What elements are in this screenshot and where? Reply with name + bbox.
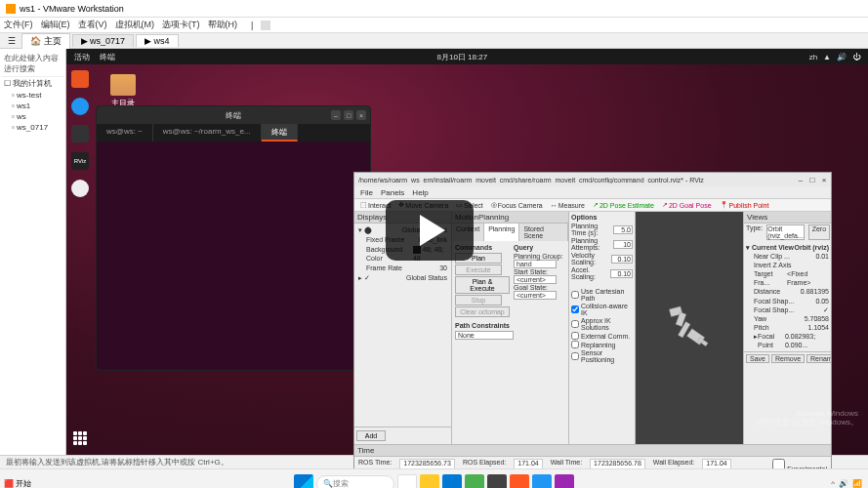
check-cartesian[interactable]: Use Cartesian Path [571,288,633,302]
clear-button[interactable]: Clear octomap [455,306,510,317]
rviz-icon[interactable]: RViz [71,152,89,170]
start-button[interactable] [294,474,313,489]
tree-item[interactable]: ▫ ws [2,111,63,122]
close-icon[interactable]: × [356,110,366,120]
terminal-tab[interactable]: ws@ws: ~ [97,124,153,142]
tray-icon[interactable]: ^ [831,479,835,488]
tree-row[interactable]: ▸ ✓ Global Status [356,273,449,283]
help-icon[interactable] [71,98,89,115]
path-constraints-select[interactable]: None [455,331,514,340]
tool-2d-goal[interactable]: ↗2D Goal Pose [660,201,714,209]
plan-execute-button[interactable]: Plan & Execute [455,276,510,294]
menu-view[interactable]: 查看(V) [78,19,107,31]
taskbar-app-icon[interactable] [555,474,574,489]
planning-time-input[interactable]: 5.0 [613,225,633,234]
power-icon[interactable]: ⏻ [852,53,860,61]
remove-button[interactable]: Remove [771,354,805,363]
check-collision[interactable]: Collision-aware IK [571,303,633,316]
check-approx[interactable]: Approx IK Solutions [571,317,633,331]
goal-state-select[interactable]: <current> [514,291,557,300]
accel-input[interactable]: 0.10 [610,269,633,278]
menu-panels[interactable]: Panels [381,188,404,197]
tray-icon[interactable]: 🔊 [839,479,848,488]
network-icon[interactable]: ▲ [823,53,831,61]
tool-publish[interactable]: 📍Publish Point [718,201,771,209]
tab-planning[interactable]: Planning [484,224,519,241]
menu-tabs[interactable]: 选项卡(T) [162,19,200,31]
maximize-icon[interactable]: □ [807,175,817,184]
minimize-icon[interactable]: – [331,110,341,120]
toolbar-icon[interactable] [261,20,270,30]
tree-row[interactable]: Pitch1.1054 [746,323,829,332]
stop-button[interactable]: Stop [455,295,502,305]
taskbar-app-icon[interactable] [442,474,462,489]
tab-vm2[interactable]: ▶ ws4 [136,34,179,47]
taskbar-search[interactable]: 🔍 搜索 [316,475,394,489]
disk-icon[interactable] [71,180,89,197]
tree-search[interactable]: 在此处键入内容进行搜索 [2,51,63,77]
tree-row[interactable]: ▸ Focal Point0.082983; 0.090... [746,332,829,349]
tree-item[interactable]: ▫ ws_0717 [2,122,63,133]
tree-row[interactable]: Invert Z Axis [746,261,829,269]
execute-button[interactable]: Execute [455,264,502,275]
taskbar-app-icon[interactable] [532,474,552,489]
menu-help[interactable]: 帮助(H) [208,19,238,31]
close-icon[interactable]: × [819,175,829,184]
planning-group-select[interactable]: hand [514,260,557,268]
tree-row[interactable]: Yaw5.70858 [746,314,829,323]
save-button[interactable]: Save [746,354,769,363]
terminal-tab[interactable]: ws@ws: ~/roarm_ws_e... [153,124,262,142]
menu-help[interactable]: Help [412,188,428,197]
taskbar-app-icon[interactable] [397,474,417,489]
menu-vm[interactable]: 虚拟机(M) [115,19,155,31]
tree-row[interactable]: Frame Rate30 [356,264,449,273]
tree-row[interactable]: Near Clip ...0.01 [746,252,829,261]
tree-row[interactable]: ▾ Current ViewOrbit (rviz) [746,243,829,252]
maximize-icon[interactable]: □ [344,110,353,120]
files-icon[interactable] [71,70,89,88]
weather-widget[interactable]: 🟥 开始 [4,478,31,488]
lang-icon[interactable]: zh [809,53,817,61]
tree-item[interactable]: ▫ ws1 [2,101,63,111]
tree-row[interactable]: Target Fra...<Fixed Frame> [746,269,829,287]
minimize-icon[interactable]: – [796,175,806,184]
tree-row[interactable]: Focal Shap...0.05 [746,297,829,305]
datetime[interactable]: 8月10日 18:27 [437,52,488,62]
desktop-folder[interactable]: 主目录 [103,74,143,108]
activities-button[interactable]: 活动 [74,52,90,62]
3d-viewport[interactable] [636,212,743,444]
taskbar-app-icon[interactable] [487,474,507,489]
menu-edit[interactable]: 编辑(E) [41,19,70,31]
tool-2d-pose[interactable]: ↗2D Pose Estimate [591,201,656,209]
tree-row[interactable]: Distance0.881395 [746,287,829,296]
start-state-select[interactable]: <current> [514,275,557,284]
rviz-titlebar[interactable]: /home/ws/roarm_ws_em/install/roarm_movei… [354,173,831,186]
tool-measure[interactable]: ↔Measure [549,202,587,209]
terminal-tab[interactable]: 终端 [262,124,298,142]
app-indicator[interactable]: 终端 [100,52,115,62]
terminal-titlebar[interactable]: 终端 – □ × [97,106,370,124]
check-external[interactable]: External Comm. [571,332,633,340]
check-sensor[interactable]: Sensor Positioning [571,349,633,363]
menu-file[interactable]: 文件(F) [4,19,33,31]
taskbar-app-icon[interactable] [420,474,439,489]
view-type-select[interactable]: Orbit (rviz_defa... [766,224,805,240]
menu-file[interactable]: File [360,188,373,197]
planning-attempts-input[interactable]: 10 [613,240,633,249]
taskbar-app-icon[interactable] [465,474,484,489]
check-replan[interactable]: Replanning [571,341,633,348]
tool-focus[interactable]: ◎Focus Camera [489,201,545,209]
tab-stored[interactable]: Stored Scene [519,224,568,241]
tree-item[interactable]: ▫ ws-test [2,90,63,101]
rename-button[interactable]: Rename [806,354,831,363]
tab-home[interactable]: 🏠 主页 [21,33,70,49]
tray-icon[interactable]: 📶 [852,479,862,488]
zero-button[interactable]: Zero [808,224,830,240]
volume-icon[interactable]: 🔊 [837,53,847,61]
terminal-body[interactable] [97,142,370,149]
video-play-button[interactable] [386,200,474,261]
velocity-input[interactable]: 0.10 [611,255,633,264]
tree-row[interactable]: Focal Shap...✓ [746,305,829,314]
tab-vm[interactable]: ▶ ws_0717 [72,34,135,47]
tree-root[interactable]: ☐ 我的计算机 [2,77,63,90]
